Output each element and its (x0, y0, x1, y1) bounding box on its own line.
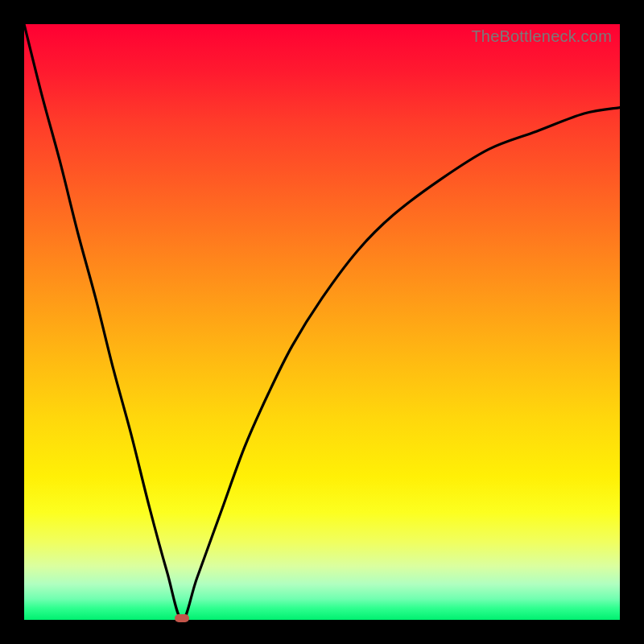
chart-frame: TheBottleneck.com (0, 0, 644, 644)
minimum-marker (175, 614, 189, 622)
curve-path (24, 24, 620, 620)
bottleneck-curve (24, 24, 620, 620)
gradient-plot-area: TheBottleneck.com (24, 24, 620, 620)
